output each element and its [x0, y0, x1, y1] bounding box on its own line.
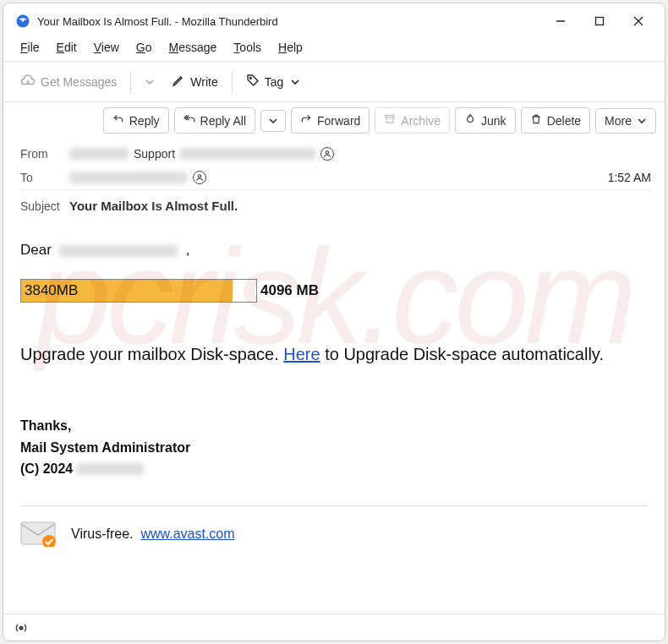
- greeting-suffix: ,: [186, 242, 190, 258]
- menu-edit[interactable]: Edit: [48, 37, 85, 57]
- from-redacted-1: [69, 148, 129, 160]
- get-messages-button[interactable]: Get Messages: [12, 68, 125, 96]
- message-time: 1:52 AM: [608, 171, 651, 184]
- contact-icon[interactable]: [193, 171, 206, 184]
- upgrade-text-1: Upgrade your mailbox Disk-space.: [20, 345, 283, 363]
- svg-point-11: [19, 626, 23, 630]
- chevron-down-icon: [268, 116, 278, 126]
- svg-rect-2: [596, 18, 604, 25]
- get-messages-label: Get Messages: [41, 75, 117, 89]
- minimize-button[interactable]: [541, 8, 580, 34]
- titlebar: Your Mailbox Is Almost Full. - Mozilla T…: [3, 3, 665, 35]
- sig-copyright: (C) 2024: [20, 458, 73, 480]
- quota-bar: 3840MB 4096 MB: [20, 279, 648, 303]
- progress-used: 3840MB: [21, 282, 78, 299]
- upgrade-text: Upgrade your mailbox Disk-space. Here to…: [20, 345, 648, 364]
- svg-point-7: [326, 151, 328, 154]
- forward-button[interactable]: Forward: [291, 107, 370, 134]
- junk-label: Junk: [481, 114, 506, 128]
- signature: Thanks, Mail System Administrator (C) 20…: [20, 415, 648, 480]
- reply-all-button[interactable]: Reply All: [174, 107, 255, 134]
- sig-thanks: Thanks,: [20, 415, 648, 437]
- archive-icon: [384, 113, 396, 128]
- reply-label: Reply: [129, 114, 160, 128]
- menu-tools[interactable]: Tools: [225, 37, 270, 57]
- menubar: File Edit View Go Message Tools Help: [3, 35, 665, 62]
- from-label: From: [20, 147, 69, 161]
- delete-button[interactable]: Delete: [521, 107, 590, 134]
- progress-bar: 3840MB: [20, 279, 257, 303]
- reply-icon: [112, 113, 124, 128]
- chevron-down-icon: [290, 77, 300, 87]
- upgrade-link[interactable]: Here: [283, 345, 320, 363]
- svg-rect-6: [386, 115, 395, 117]
- contact-icon[interactable]: [320, 147, 334, 161]
- message-headers: From Support To 1:52 AM Subject Your Mai…: [3, 139, 665, 225]
- trash-icon: [530, 113, 542, 128]
- get-messages-dropdown[interactable]: [136, 72, 163, 92]
- sig-redacted: [76, 463, 144, 475]
- write-label: Write: [190, 75, 217, 89]
- menu-view[interactable]: View: [85, 37, 128, 57]
- window-controls: [541, 8, 658, 34]
- menu-message[interactable]: Message: [161, 37, 226, 57]
- thunderbird-icon: [15, 14, 30, 29]
- avast-link[interactable]: www.avast.com: [140, 527, 234, 541]
- archive-button[interactable]: Archive: [375, 107, 450, 134]
- greeting-redacted: [59, 245, 178, 257]
- chevron-down-icon: [637, 116, 647, 126]
- junk-button[interactable]: Junk: [455, 107, 516, 134]
- reply-all-icon: [183, 113, 195, 128]
- tag-icon: [246, 74, 260, 90]
- pencil-icon: [172, 74, 185, 90]
- maximize-button[interactable]: [580, 8, 619, 34]
- reply-all-dropdown[interactable]: [260, 110, 286, 132]
- statusbar: [3, 614, 665, 641]
- main-toolbar: Get Messages Write Tag: [3, 62, 665, 102]
- archive-label: Archive: [401, 114, 441, 128]
- separator: [130, 71, 131, 93]
- virus-free-text: Virus-free.: [71, 527, 134, 541]
- from-name: Support: [134, 147, 175, 161]
- greeting: Dear ,: [20, 242, 648, 259]
- subject-label: Subject: [20, 199, 69, 213]
- tag-label: Tag: [265, 75, 284, 89]
- to-row: To 1:52 AM: [20, 166, 651, 189]
- svg-point-8: [198, 175, 200, 177]
- separator: [232, 71, 233, 93]
- to-redacted: [69, 172, 188, 183]
- to-label: To: [20, 171, 69, 184]
- message-body: Dear , 3840MB 4096 MB Upgrade your mailb…: [3, 225, 665, 614]
- forward-icon: [300, 113, 312, 128]
- cloud-download-icon: [20, 73, 36, 90]
- activity-icon[interactable]: [14, 622, 29, 634]
- reply-all-label: Reply All: [200, 114, 246, 128]
- from-redacted-2: [180, 148, 315, 160]
- forward-label: Forward: [317, 114, 360, 128]
- menu-go[interactable]: Go: [128, 37, 161, 57]
- more-label: More: [605, 114, 632, 128]
- menu-help[interactable]: Help: [270, 37, 311, 57]
- envelope-check-icon: [20, 521, 56, 547]
- delete-label: Delete: [547, 114, 581, 128]
- menu-file[interactable]: File: [12, 37, 48, 57]
- upgrade-text-2: to Upgrade Disk-space automatically.: [320, 345, 604, 363]
- greeting-prefix: Dear: [20, 242, 52, 258]
- subject-text: Your Mailbox Is Almost Full.: [69, 199, 238, 213]
- email-window: Your Mailbox Is Almost Full. - Mozilla T…: [3, 3, 665, 641]
- sig-admin: Mail System Administrator: [20, 437, 648, 459]
- flame-icon: [464, 113, 476, 128]
- subject-row: Subject Your Mailbox Is Almost Full.: [20, 189, 651, 221]
- progress-total: 4096 MB: [260, 282, 319, 299]
- window-title: Your Mailbox Is Almost Full. - Mozilla T…: [37, 15, 541, 28]
- write-button[interactable]: Write: [163, 68, 226, 95]
- antivirus-footer: Virus-free. www.avast.com: [20, 505, 648, 547]
- tag-button[interactable]: Tag: [238, 68, 309, 95]
- reply-button[interactable]: Reply: [103, 107, 169, 134]
- from-row: From Support: [20, 142, 651, 166]
- svg-point-5: [249, 77, 251, 79]
- more-button[interactable]: More: [595, 108, 656, 134]
- message-toolbar: Reply Reply All Forward Archive Junk Del…: [3, 102, 665, 139]
- close-button[interactable]: [619, 8, 658, 34]
